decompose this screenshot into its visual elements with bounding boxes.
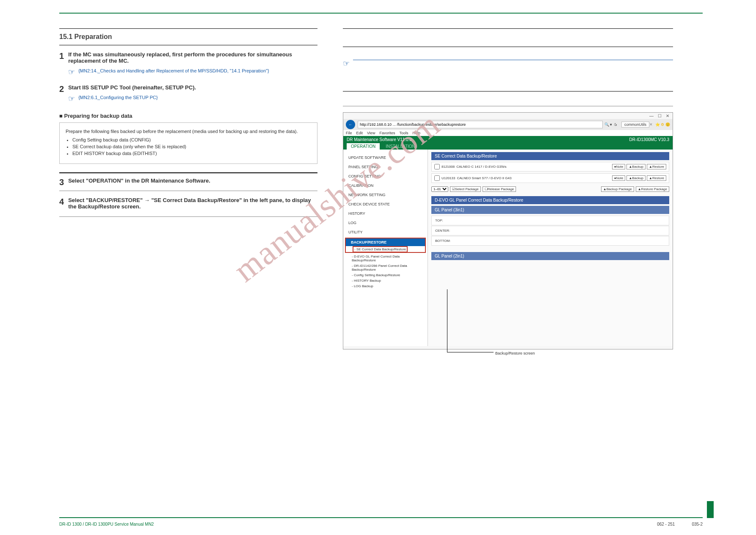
- se-row-checkbox[interactable]: [434, 175, 440, 181]
- menu-view[interactable]: View: [367, 131, 375, 135]
- footer-right: 062 - 251: [657, 522, 675, 527]
- note-button[interactable]: ●Note: [612, 164, 626, 169]
- note-button[interactable]: ●Note: [612, 175, 626, 181]
- window-title-bar: — ☐ ✕: [343, 113, 673, 119]
- prep-backup-title: ■ Preparing for backup data: [59, 113, 317, 119]
- sidebar-item[interactable]: UPDATE SOFTWARE: [343, 153, 428, 162]
- browser-menubar: File Edit View Favorites Tools Help: [343, 130, 673, 136]
- sidebar-item[interactable]: CONFIG SETTING: [343, 172, 428, 181]
- sidebar-sub[interactable]: - LOG Backup: [343, 283, 428, 289]
- address-bar: ← 🔍 ▾ 🖒 commonUtils ✕ ⭐ ⚙ 🙂: [343, 119, 673, 130]
- step-3-text: Select "OPERATION" in the DR Maintenance…: [68, 177, 317, 184]
- top-rule: [59, 13, 703, 14]
- footer-code: 035-2: [692, 522, 703, 527]
- tab-installation[interactable]: INSTALLATION: [381, 143, 419, 150]
- panel-se-correct: SE Correct Data Backup/Restore: [431, 152, 669, 160]
- backup-data-well: Prepare the following files backed up be…: [59, 122, 317, 164]
- browser-tab[interactable]: commonUtils: [621, 122, 649, 128]
- se-row-checkbox[interactable]: [434, 164, 440, 169]
- sidebar-item[interactable]: CHECK DEVICE STATE: [343, 200, 428, 209]
- app-title-bar: DR Maintenance Software V11.0.0 DR-ID130…: [343, 136, 673, 143]
- content-pane: SE Correct Data Backup/Restore 8121008 C…: [428, 150, 673, 346]
- step-2-text: Start IIS SETUP PC Tool (hereinafter, SE…: [68, 84, 317, 91]
- backup-button[interactable]: ▲Backup: [626, 164, 646, 169]
- sidebar-sub-selected[interactable]: - SE Correct Data Backup/Restore: [353, 246, 408, 252]
- section-heading: 15.1 Preparation: [59, 33, 317, 41]
- se-row: 8121008 CALNEO C 1417 / D-EVO G35i/s ●No…: [431, 162, 669, 172]
- backup-button[interactable]: ▲Backup: [626, 175, 646, 181]
- maximize-icon[interactable]: ☐: [658, 114, 662, 118]
- sidebar-item[interactable]: NETWORK SETTING: [343, 190, 428, 200]
- menu-help[interactable]: Help: [412, 131, 420, 135]
- backup-package-button[interactable]: ▲Backup Package: [601, 186, 634, 192]
- step-number-1: 1: [59, 51, 64, 61]
- sidebar-item[interactable]: HISTORY: [343, 209, 428, 218]
- se-row-name: CALNEO C 1417 / D-EVO G35i/s: [456, 165, 506, 169]
- step-number-3: 3: [59, 177, 64, 187]
- ref-1-text: {MN2:14._Checks and Handling after Repla…: [78, 68, 269, 73]
- se-row-id: 8121008: [441, 165, 455, 169]
- pointer-icon: ☞: [343, 60, 350, 67]
- se-row-id: U120133: [441, 176, 455, 180]
- left-column: 15.1 Preparation 1 If the MC was simulta…: [59, 24, 317, 357]
- panel-devo-gl: D-EVO GL Panel Correct Data Backup/Resto…: [431, 196, 669, 204]
- sidebar: UPDATE SOFTWARE PANEL SETTING CONFIG SET…: [343, 150, 428, 346]
- step-1-text: If the MC was simultaneously replaced, f…: [68, 51, 317, 64]
- sidebar-item[interactable]: LOG: [343, 218, 428, 227]
- sidebar-sub[interactable]: - D-EVO GL Panel Correct Data Backup/Res…: [343, 254, 428, 263]
- minimize-icon[interactable]: —: [649, 114, 654, 118]
- gl-panel-2in1: GL Panel (2in1): [431, 252, 669, 260]
- url-input[interactable]: [358, 121, 603, 128]
- screenshot-panel: — ☐ ✕ ← 🔍 ▾ 🖒 commonUtils ✕ ⭐ ⚙ 🙂 File E…: [343, 112, 673, 349]
- menu-edit[interactable]: Edit: [356, 131, 363, 135]
- se-row: U120133 CALNEO Smart S77 / D-EVO II G43 …: [431, 173, 669, 183]
- menu-file[interactable]: File: [346, 131, 352, 135]
- release-package-button[interactable]: ☐Release Package: [483, 186, 516, 192]
- well-item: SE Correct backup data (only when the SE…: [72, 144, 311, 149]
- ref-line: [353, 60, 673, 60]
- pointer-icon: ☞: [68, 68, 75, 76]
- screenshot-caption: Backup/Restore screen: [343, 349, 673, 357]
- sidebar-sub[interactable]: - DR-ID1142/286 Panel Correct Data Backu…: [343, 263, 428, 272]
- gl-panel-3in1: GL Panel (3in1): [431, 206, 669, 214]
- sidebar-item[interactable]: UTILITY: [343, 227, 428, 237]
- step-number-2: 2: [59, 84, 64, 94]
- gl-slot-top: TOP:: [431, 216, 669, 225]
- app-title: DR Maintenance Software V11.0.0: [347, 137, 412, 142]
- right-column: ☞ — ☐ ✕ ← 🔍 ▾ 🖒 commonUtils ✕: [343, 24, 673, 357]
- select-package-button[interactable]: ☑Select Package: [450, 186, 481, 192]
- well-item: Config Setting backup data (CONFIG): [72, 137, 311, 142]
- menu-tools[interactable]: Tools: [399, 131, 408, 135]
- menu-fav[interactable]: Favorites: [379, 131, 395, 135]
- back-button[interactable]: ←: [346, 120, 355, 129]
- sidebar-backup-restore[interactable]: BACKUP/RESTORE: [346, 238, 425, 246]
- close-icon[interactable]: ✕: [666, 114, 669, 118]
- restore-button[interactable]: ▲Restore: [647, 164, 666, 169]
- well-item: EDIT HISTORY backup data (EDITHIST): [72, 151, 311, 156]
- footer-rule: [59, 517, 703, 518]
- sidebar-sub[interactable]: - HISTORY Backup: [343, 278, 428, 283]
- se-row-name: CALNEO Smart S77 / D-EVO II G43: [457, 176, 511, 180]
- footer: DR-ID 1300 / DR-ID 1300PU Service Manual…: [59, 522, 703, 527]
- pointer-icon: ☞: [68, 95, 75, 103]
- side-tab-green: [707, 501, 714, 518]
- well-lead: Prepare the following files backed up be…: [66, 129, 311, 134]
- app-version: DR-ID1300MC V10.3: [629, 137, 669, 142]
- footer-left: DR-ID 1300 / DR-ID 1300PU Service Manual…: [59, 522, 154, 527]
- step-number-4: 4: [59, 197, 64, 207]
- gl-slot-bottom: BOTTOM:: [431, 236, 669, 246]
- ref-2-text: {MN2:6.1_Configuring the SETUP PC}: [78, 95, 158, 100]
- package-select[interactable]: 1–01: [431, 186, 448, 192]
- app-tabs: OPERATION INSTALLATION: [343, 143, 673, 150]
- sidebar-item[interactable]: PANEL SETTING: [343, 162, 428, 172]
- restore-package-button[interactable]: ▲Restore Package: [636, 186, 669, 192]
- package-toolbar: 1–01 ☑Select Package ☐Release Package ▲B…: [431, 185, 669, 196]
- tab-operation[interactable]: OPERATION: [347, 143, 380, 150]
- step-4-text: Select "BACKUP/RESTORE" → "SE Correct Da…: [68, 197, 317, 210]
- sidebar-item[interactable]: CALIBRATION: [343, 181, 428, 190]
- sidebar-sub[interactable]: - Config Setting Backup/Restore: [343, 272, 428, 278]
- gl-slot-center: CENTER:: [431, 226, 669, 236]
- restore-button[interactable]: ▲Restore: [647, 175, 666, 181]
